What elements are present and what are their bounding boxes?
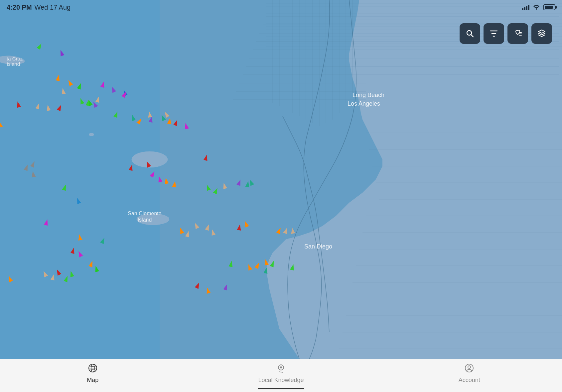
svg-line-143 (471, 35, 473, 37)
account-nav-label: Account (459, 377, 480, 384)
status-bar: 4:20 PM Wed 17 Aug (0, 0, 562, 15)
layers-button[interactable] (531, 23, 552, 44)
nav-item-map[interactable]: Map (73, 363, 113, 384)
svg-text:Los Angeles: Los Angeles (348, 100, 380, 107)
map-nav-label: Map (87, 377, 98, 384)
svg-point-153 (468, 366, 471, 368)
svg-point-151 (280, 366, 282, 368)
svg-text:Island: Island (7, 61, 20, 67)
local-knowledge-icon (276, 363, 286, 375)
date-display: Wed 17 Aug (35, 4, 71, 11)
local-knowledge-nav-label: Local Knowledge (258, 377, 304, 384)
status-icons (522, 4, 555, 11)
battery-icon (543, 4, 555, 10)
map-icon (88, 363, 98, 375)
toolbar (460, 23, 552, 44)
svg-point-51 (131, 151, 168, 168)
map-background: Long Beach Los Angeles San Clemente Isla… (0, 0, 562, 359)
svg-point-60 (89, 133, 94, 136)
svg-text:ta Cruz: ta Cruz (7, 56, 23, 61)
search-button[interactable] (460, 23, 480, 44)
svg-text:San Diego: San Diego (304, 243, 332, 250)
time-display: 4:20 PM (7, 4, 32, 11)
map-area[interactable]: Long Beach Los Angeles San Clemente Isla… (0, 0, 562, 359)
nav-item-local-knowledge[interactable]: Local Knowledge (258, 363, 304, 384)
signal-icon (522, 4, 529, 10)
filter-button[interactable] (484, 23, 504, 44)
svg-text:Long Beach: Long Beach (352, 92, 384, 98)
svg-text:San Clemente: San Clemente (128, 211, 161, 216)
nav-item-account[interactable]: Account (449, 363, 489, 384)
bottom-nav: Map Local Knowledge Account (0, 359, 562, 392)
svg-text:Island: Island (138, 217, 152, 223)
home-indicator (258, 388, 304, 389)
account-icon (464, 363, 474, 375)
wifi-icon (533, 4, 540, 11)
favorites-button[interactable] (507, 23, 528, 44)
